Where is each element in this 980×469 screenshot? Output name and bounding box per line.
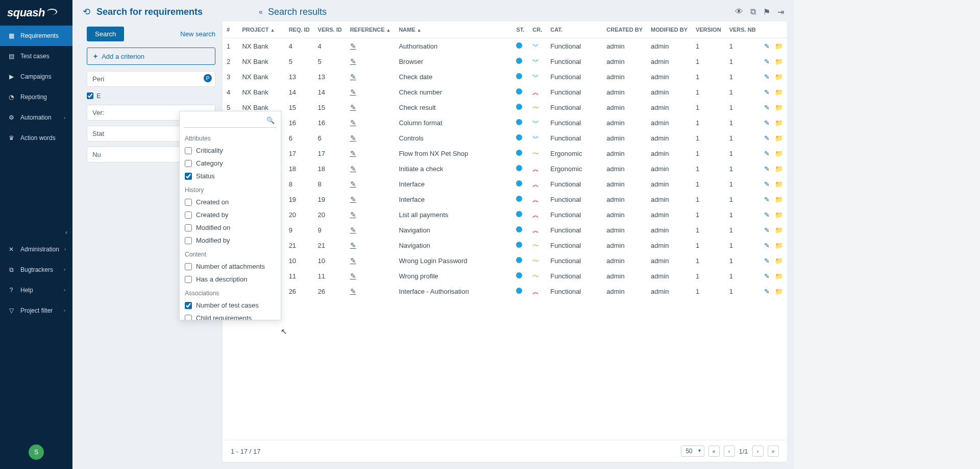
table-row[interactable]: 17 NX Pet Shop 26 26 ✎ Interface - Autho…: [223, 284, 787, 299]
table-row[interactable]: 7 NX Bank 6 6 ✎ Controls ︾ Functional ad…: [223, 130, 787, 146]
back-double-icon[interactable]: «: [259, 8, 263, 16]
row-edit-icon[interactable]: ✎: [764, 88, 770, 96]
copy-icon[interactable]: ⧉: [750, 7, 756, 17]
cell-reference[interactable]: ✎: [346, 38, 395, 54]
export-icon[interactable]: ⇥: [777, 7, 784, 17]
nav-administration[interactable]: ✕Administration›: [0, 239, 72, 260]
table-row[interactable]: 4 NX Bank 14 14 ✎ Check number ︽ Functio…: [223, 84, 787, 100]
cell-reference[interactable]: ✎: [346, 253, 395, 268]
dropdown-item[interactable]: Modified by: [184, 234, 277, 247]
column-header[interactable]: REFERENCE▲: [346, 21, 395, 38]
table-row[interactable]: 1 NX Bank 4 4 ✎ Authorisation ︾ Function…: [223, 38, 787, 54]
row-edit-icon[interactable]: ✎: [764, 196, 770, 203]
new-search-link[interactable]: New search: [180, 30, 215, 38]
row-edit-icon[interactable]: ✎: [764, 288, 770, 295]
table-row[interactable]: 6 NX Bank 16 16 ✎ Column format ︾ Functi…: [223, 115, 787, 130]
table-row[interactable]: 3 NX Bank 13 13 ✎ Check date ︾ Functiona…: [223, 69, 787, 84]
cell-reference[interactable]: ✎: [346, 54, 395, 69]
table-row[interactable]: 16 NX Bank 11 11 ✎ Wrong profile 〜 Funct…: [223, 268, 787, 284]
cell-reference[interactable]: ✎: [346, 207, 395, 222]
dropdown-item[interactable]: Category: [184, 157, 277, 170]
column-header[interactable]: NAME▲: [395, 21, 512, 38]
row-edit-icon[interactable]: ✎: [764, 211, 770, 219]
row-edit-icon[interactable]: ✎: [764, 242, 770, 249]
row-edit-icon[interactable]: ✎: [764, 226, 770, 234]
sidebar-collapse-button[interactable]: ‹: [60, 225, 72, 239]
edit-icon[interactable]: ✎: [350, 256, 356, 265]
nav-action-words[interactable]: ♛Action words: [0, 128, 72, 148]
edit-icon[interactable]: ✎: [350, 88, 356, 96]
nav-automation[interactable]: ⚙Automation›: [0, 107, 72, 128]
flag-icon[interactable]: ⚑: [763, 7, 770, 17]
edit-icon[interactable]: ✎: [350, 272, 356, 280]
row-folder-icon[interactable]: 📁: [775, 104, 783, 111]
edit-icon[interactable]: ✎: [350, 287, 356, 295]
row-edit-icon[interactable]: ✎: [764, 42, 770, 50]
row-edit-icon[interactable]: ✎: [764, 119, 770, 127]
dropdown-item[interactable]: Number of test cases: [184, 299, 277, 312]
dropdown-item[interactable]: Number of attachments: [184, 260, 277, 273]
row-edit-icon[interactable]: ✎: [764, 272, 770, 280]
edit-icon[interactable]: ✎: [350, 103, 356, 111]
nav-bugtrackers[interactable]: ⧉Bugtrackers›: [0, 260, 72, 280]
pager-size-select[interactable]: 50: [681, 445, 704, 457]
table-row[interactable]: 8 NX Bank 17 17 ✎ Flow from NX Pet Shop …: [223, 146, 787, 161]
dropdown-checkbox[interactable]: [185, 199, 192, 206]
dropdown-item[interactable]: Status: [184, 170, 277, 182]
column-header[interactable]: MODIFIED BY: [647, 21, 692, 38]
edit-icon[interactable]: ✎: [350, 57, 356, 65]
dropdown-item[interactable]: Criticality: [184, 144, 277, 157]
row-edit-icon[interactable]: ✎: [764, 165, 770, 173]
dropdown-checkbox[interactable]: [185, 276, 192, 283]
table-row[interactable]: 9 NX Bank 18 18 ✎ Initiate a check ︽ Erg…: [223, 161, 787, 176]
dropdown-item[interactable]: Modified on: [184, 221, 277, 234]
table-row[interactable]: 10 NX Bank 8 8 ✎ Interface ︽ Functional …: [223, 176, 787, 192]
cell-reference[interactable]: ✎: [346, 268, 395, 284]
add-criterion-button[interactable]: + Add a criterion: [87, 48, 215, 65]
column-header[interactable]: VERS. NB: [725, 21, 760, 38]
row-edit-icon[interactable]: ✎: [764, 134, 770, 142]
edit-icon[interactable]: ✎: [350, 241, 356, 249]
row-edit-icon[interactable]: ✎: [764, 73, 770, 81]
nav-test-cases[interactable]: ▤Test cases: [0, 46, 72, 66]
cell-reference[interactable]: ✎: [346, 69, 395, 84]
dropdown-checkbox[interactable]: [185, 263, 192, 270]
nav-reporting[interactable]: ◔Reporting: [0, 87, 72, 107]
dropdown-checkbox[interactable]: [185, 160, 192, 167]
cell-reference[interactable]: ✎: [346, 100, 395, 115]
edit-icon[interactable]: ✎: [350, 119, 356, 127]
row-folder-icon[interactable]: 📁: [775, 150, 783, 157]
dropdown-checkbox[interactable]: [185, 315, 192, 320]
edit-icon[interactable]: ✎: [350, 210, 356, 219]
edit-icon[interactable]: ✎: [350, 226, 356, 234]
column-header[interactable]: PROJECT▲: [238, 21, 284, 38]
row-folder-icon[interactable]: 📁: [775, 211, 783, 219]
pager-next-button[interactable]: ›: [752, 445, 764, 457]
table-row[interactable]: 12 NX Bank 20 20 ✎ List all payments ︽ F…: [223, 207, 787, 222]
dropdown-checkbox[interactable]: [185, 302, 192, 309]
dropdown-checkbox[interactable]: [185, 237, 192, 244]
column-header[interactable]: VERSION: [692, 21, 725, 38]
row-folder-icon[interactable]: 📁: [775, 272, 783, 280]
criterion-e[interactable]: E: [87, 92, 215, 100]
dropdown-item[interactable]: Created by: [184, 208, 277, 221]
eye-icon[interactable]: 👁: [735, 7, 743, 17]
table-row[interactable]: 13 NX Bank 9 9 ✎ Navigation ︽ Functional…: [223, 222, 787, 238]
row-edit-icon[interactable]: ✎: [764, 257, 770, 265]
avatar[interactable]: S: [29, 444, 44, 460]
row-folder-icon[interactable]: 📁: [775, 165, 783, 173]
criterion-search-input[interactable]: [184, 114, 277, 128]
cell-reference[interactable]: ✎: [346, 284, 395, 299]
dropdown-checkbox[interactable]: [185, 212, 192, 219]
cell-reference[interactable]: ✎: [346, 238, 395, 253]
column-header[interactable]: ST.: [512, 21, 528, 38]
row-edit-icon[interactable]: ✎: [764, 150, 770, 157]
row-folder-icon[interactable]: 📁: [775, 73, 783, 81]
row-folder-icon[interactable]: 📁: [775, 196, 783, 203]
column-header[interactable]: VERS. ID: [314, 21, 346, 38]
row-folder-icon[interactable]: 📁: [775, 226, 783, 234]
row-folder-icon[interactable]: 📁: [775, 58, 783, 65]
row-folder-icon[interactable]: 📁: [775, 242, 783, 249]
edit-icon[interactable]: ✎: [350, 149, 356, 157]
edit-icon[interactable]: ✎: [350, 42, 356, 50]
